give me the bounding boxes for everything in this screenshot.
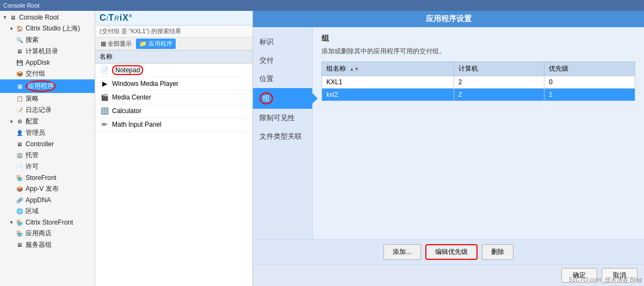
sidebar-item-logging[interactable]: 📝 日志记录 [0,104,95,116]
license-icon: 📄 [15,163,24,171]
sidebar-item-console-root[interactable]: ▼ 🖥 Console Root [0,12,95,23]
app-list-panel: CiTRiX® (交付组 是 "KXL1") 的搜索结果 ▦ 全部显示 📁 应用… [95,11,253,286]
store-icon: 🏪 [15,229,24,238]
add-button[interactable]: 添加... [383,244,420,260]
row1-computers: 2 [454,76,544,89]
search-icon: 🔍 [15,36,24,45]
sidebar-item-controller[interactable]: 🖥 Controller [0,139,95,150]
dna-icon: 🧬 [15,196,24,204]
sidebar-item-applications[interactable]: ▦ 应用程序 [0,79,95,93]
row1-priority: 0 [544,76,635,89]
groups-title: 组 [321,34,635,43]
math-icon: ✏ [100,120,109,129]
config-icon: ⚙ [15,117,24,126]
top-bar-title: Console Root [3,2,40,9]
nav-item-file-assoc[interactable]: 文件类型关联 [253,127,312,146]
sidebar-item-machine-catalog[interactable]: 🖥 计算机目录 [0,46,95,57]
settings-title-bar: 应用程序设置 [253,11,644,27]
srvgrp-icon: 🖥 [15,241,24,250]
sidebar-item-policy[interactable]: 📋 策略 [0,93,95,104]
nav-item-identity[interactable]: 标识 [253,33,312,51]
groups-table: 组名称 ▲▼ 计算机 优先级 [321,61,635,101]
app-list-toolbar: ▦ 全部显示 📁 应用程序 [95,38,252,51]
apps-icon: ▦ [15,82,24,91]
sidebar-item-config[interactable]: ▼ ⚙ 配置 [0,116,95,127]
search-result-bar: (交付组 是 "KXL1") 的搜索结果 [95,26,252,38]
folder-icon: 📁 [139,40,147,47]
mc-icon: 🎬 [100,92,109,102]
sf-icon: 🏪 [15,173,24,182]
sidebar-item-appv[interactable]: 📦 App-V 发布 [0,183,95,195]
groups-description: 添加或删除其中的应用程序可用的交付组。 [321,47,635,56]
logging-icon: 📝 [15,106,24,115]
sidebar: ▼ 🖥 Console Root ▼ 🏠 Citrix Studio (上海) … [0,11,95,286]
app-item-calculator[interactable]: 🔢 Calculator [95,104,252,118]
col-group-name: 组名称 ▲▼ [322,62,454,76]
app-item-notepad[interactable]: 📄 Notepad [95,64,252,77]
appdisk-icon: 💾 [15,58,24,67]
sidebar-item-license[interactable]: 📄 许可 [0,161,95,172]
app-item-media-center[interactable]: 🎬 Media Center [95,91,252,104]
expand-icon3: ▼ [9,119,14,125]
watermark: 51CTO.com 技术博客 Blog [569,276,642,284]
row2-name: kxl2 [322,89,454,101]
table-row[interactable]: kxl2 2 1 [322,89,635,101]
table-row[interactable]: KXL1 2 0 [322,76,635,89]
nav-item-delivery[interactable]: 交付 [253,51,312,70]
app-item-math-input[interactable]: ✏ Math Input Panel [95,118,252,132]
nav-item-groups[interactable]: 组 [253,88,312,109]
sidebar-item-citrix-studio[interactable]: ▼ 🏠 Citrix Studio (上海) [0,23,95,34]
notepad-icon: 📄 [100,65,109,75]
sidebar-item-app-store[interactable]: 🏪 应用商店 [0,228,95,239]
col-priority: 优先级 [544,62,635,76]
admin-icon: 👤 [15,129,24,138]
app-list-content: 📄 Notepad ▶ Windows Media Player 🎬 Media… [95,64,252,286]
sidebar-item-delivery-group[interactable]: 📦 交付组 [0,68,95,79]
top-bar: Console Root [0,0,644,11]
expand-icon2: ▼ [9,26,14,32]
console-icon: 🖥 [9,13,17,22]
sidebar-item-appdisk[interactable]: 💾 AppDisk [0,57,95,68]
sidebar-item-server-group[interactable]: 🖥 服务器组 [0,239,95,251]
app-list-column-header: 名称 [95,51,252,64]
sidebar-item-region[interactable]: 🌐 区域 [0,206,95,217]
settings-panel: 应用程序设置 标识 交付 位置 组 限制可见性 [253,11,644,286]
app-item-wmp[interactable]: ▶ Windows Media Player [95,77,252,91]
hosting-icon: 🏢 [15,151,24,160]
sidebar-item-citrix-storefront[interactable]: ▼ 🏪 Citrix StoreFront [0,217,95,228]
policy-icon: 📋 [15,95,24,103]
nav-item-visibility[interactable]: 限制可见性 [253,109,312,127]
settings-body: 标识 交付 位置 组 限制可见性 文件类型关联 [253,27,644,239]
delivery-icon: 📦 [15,70,24,78]
applications-tab-btn[interactable]: 📁 应用程序 [136,39,176,49]
settings-action-bar: 添加... 编辑优先级 删除 [253,239,644,264]
nav-arrow [312,93,318,104]
sidebar-item-appdna[interactable]: 🧬 AppDNA [0,195,95,206]
studio-icon: 🏠 [15,24,24,33]
edit-priority-button[interactable]: 编辑优先级 [425,244,478,260]
expand-icon: ▼ [2,15,8,20]
ctrl-icon: 🖥 [15,140,24,148]
settings-content: 组 添加或删除其中的应用程序可用的交付组。 组名称 ▲▼ 计算机 [313,27,644,239]
csf-icon: 🏪 [15,218,24,227]
appv-icon: 📦 [15,185,24,194]
delete-button[interactable]: 删除 [482,244,513,260]
grid-icon: ▦ [101,40,106,47]
catalog-icon: 🖥 [15,47,24,56]
region-icon: 🌐 [15,207,24,216]
sort-icon: ▲▼ [349,66,359,72]
expand-icon4: ▼ [9,220,14,225]
sidebar-item-search[interactable]: 🔍 搜索 [0,34,95,46]
sidebar-item-storefront[interactable]: 🏪 StoreFront [0,172,95,183]
calc-icon: 🔢 [100,106,109,116]
nav-item-location[interactable]: 位置 [253,70,312,88]
sidebar-item-admin[interactable]: 👤 管理员 [0,127,95,139]
row2-priority: 1 [544,89,635,101]
applications-label: 应用程序 [26,80,56,92]
sidebar-item-hosting[interactable]: 🏢 托管 [0,150,95,161]
row1-name: KXL1 [322,76,454,89]
settings-nav: 标识 交付 位置 组 限制可见性 文件类型关联 [253,27,313,239]
col-name-label: 名称 [100,52,113,61]
show-all-btn[interactable]: ▦ 全部显示 [97,39,135,49]
col-computers: 计算机 [454,62,544,76]
